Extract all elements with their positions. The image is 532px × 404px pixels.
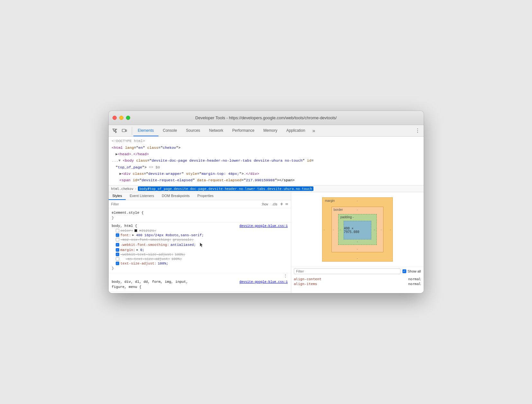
border-label: border: [334, 208, 343, 211]
show-all-checkbox[interactable]: [402, 269, 406, 273]
padding-label: padding -: [340, 215, 354, 219]
svg-rect-2: [285, 204, 288, 204]
css-checkbox-margin[interactable]: [116, 248, 119, 252]
more-tabs-button[interactable]: »: [310, 125, 318, 136]
computed-filter-input[interactable]: [294, 268, 401, 274]
padding-left-val: -: [340, 228, 341, 231]
toolbar-end: ⋮: [413, 127, 422, 135]
margin-expand-arrow[interactable]: ▶: [137, 248, 138, 252]
css-checkbox-color[interactable]: [116, 229, 119, 232]
style-settings-icon[interactable]: [285, 202, 288, 206]
breadcrumb: html.chekov › body#top_of_page.devsite-d…: [109, 185, 424, 192]
css-source-link[interactable]: devsite-google-blue.css:1: [239, 224, 288, 228]
border-bottom-val: -: [357, 247, 358, 251]
css-selector-body-html: body, html {: [112, 224, 137, 228]
devtools-container: Elements Console Sources Network Perform…: [109, 125, 424, 293]
color-swatch-black: [134, 229, 137, 232]
border-right-val: -: [381, 228, 382, 231]
computed-prop-align-content: align-content normal: [291, 277, 424, 282]
css-checkbox-ms-text[interactable]: [116, 257, 119, 261]
font-expand-arrow[interactable]: ▶: [132, 233, 134, 237]
css-prop-text-size: text-size-adjust: 100%;: [109, 261, 291, 266]
padding-bottom-val: -: [357, 240, 358, 243]
devtools-window: Developer Tools - https://developers.goo…: [109, 111, 424, 293]
tab-elements[interactable]: Elements: [133, 125, 158, 136]
styles-filter-input[interactable]: [111, 202, 261, 206]
css-prop-ms-text: -ms-text-size-adjust: 100%;: [109, 257, 291, 261]
svg-rect-0: [122, 129, 125, 132]
dom-head-line[interactable]: ▶<head>…</head>: [109, 151, 424, 157]
margin-right-val: -: [390, 228, 391, 231]
css-checkbox-font[interactable]: [116, 233, 119, 237]
dom-body-line1[interactable]: ...▼ <body class="devsite-doc-page devsi…: [109, 157, 424, 164]
content-box: 400 × 7975.080: [344, 221, 371, 239]
window-title: Developer Tools - https://developers.goo…: [195, 115, 337, 120]
css-prop-webkit-smooth: -webkit-font-smoothing: antialiased;: [109, 242, 291, 248]
dom-div-line[interactable]: ▶<div class="devsite-wrapper" style="mar…: [109, 171, 424, 177]
traffic-lights: [113, 116, 130, 120]
dom-panel: <!DOCTYPE html> <html lang="en" class="c…: [109, 137, 424, 185]
box-panel: margin - border - padding -: [291, 192, 424, 293]
styles-more-options[interactable]: ⋮: [109, 273, 291, 279]
tabs: Elements Console Sources Network Perform…: [133, 125, 318, 136]
svg-rect-3: [285, 203, 288, 203]
kebab-menu-button[interactable]: ⋮: [413, 127, 422, 135]
bottom-panels: Styles Event Listeners DOM Breakpoints P…: [109, 192, 424, 293]
content-size: 400 × 7975.080: [344, 227, 371, 234]
css-prop-color: color: #212121;: [109, 229, 291, 233]
dom-html-line[interactable]: <html lang="en" class="chekov">: [109, 145, 424, 151]
margin-top-val: -: [357, 199, 358, 202]
maximize-button[interactable]: [126, 116, 130, 120]
computed-prop-align-items: align-items normal: [291, 282, 424, 286]
tab-sources[interactable]: Sources: [182, 125, 205, 136]
tab-dom-breakpoints[interactable]: DOM Breakpoints: [158, 192, 194, 200]
computed-filter-bar: Show all: [291, 267, 424, 275]
tab-performance[interactable]: Performance: [228, 125, 259, 136]
margin-label: margin: [325, 199, 335, 202]
breadcrumb-body[interactable]: body#top_of_page.devsite-doc-page.devsit…: [138, 186, 313, 191]
margin-layer: margin - border - padding -: [322, 197, 393, 262]
padding-right-val: -: [374, 228, 375, 231]
tab-memory[interactable]: Memory: [259, 125, 282, 136]
css-checkbox-webkit-smooth[interactable]: [116, 243, 119, 247]
close-button[interactable]: [113, 116, 117, 120]
tab-application[interactable]: Application: [282, 125, 310, 136]
styles-filter-bar: :hov .cls +: [109, 200, 291, 208]
css-source-link2[interactable]: devsite-google-blue.css:1: [239, 280, 288, 284]
tab-properties[interactable]: Properties: [194, 192, 217, 200]
add-style-button[interactable]: +: [280, 202, 283, 207]
svg-rect-4: [285, 205, 288, 205]
css-selector-body-div: body, div, dl, dd, form, img, input,: [112, 280, 188, 284]
css-checkbox-moz[interactable]: [116, 238, 119, 241]
hov-button[interactable]: :hov: [260, 202, 269, 206]
border-layer: border - padding - 400 × 7975.080: [331, 207, 383, 252]
css-rule-body-div: body, div, dl, dd, form, img, input, dev…: [109, 279, 291, 292]
css-prop-moz-smooth: -moz-osx-font-smoothing: grayscale;: [109, 238, 291, 242]
tab-network[interactable]: Network: [205, 125, 228, 136]
css-prop-margin: margin: ▶ 0;: [109, 248, 291, 252]
toolbar: Elements Console Sources Network Perform…: [109, 125, 424, 137]
dom-span-line[interactable]: <span id="devsite-request-elapsed" data-…: [109, 177, 424, 184]
padding-layer: padding - 400 × 7975.080 - - -: [338, 214, 377, 245]
margin-bottom-val: -: [357, 256, 358, 260]
device-toggle-icon[interactable]: [120, 127, 129, 135]
box-model-area: margin - border - padding -: [291, 192, 424, 267]
border-left-val: -: [333, 228, 334, 231]
toolbar-icons: [111, 127, 132, 135]
box-model: margin - border - padding -: [322, 197, 393, 262]
tab-console[interactable]: Console: [158, 125, 182, 136]
css-checkbox-webkit-text[interactable]: [116, 253, 119, 256]
tab-styles[interactable]: Styles: [109, 192, 126, 200]
styles-panel: Styles Event Listeners DOM Breakpoints P…: [109, 192, 291, 293]
cls-button[interactable]: .cls: [271, 202, 278, 206]
breadcrumb-html[interactable]: html.chekov: [111, 187, 134, 191]
svg-rect-1: [126, 130, 127, 131]
css-checkbox-text-size[interactable]: [116, 262, 119, 265]
css-prop-webkit-text: -webkit-text-size-adjust: 100%;: [109, 252, 291, 257]
inspect-icon[interactable]: [111, 127, 119, 135]
minimize-button[interactable]: [119, 116, 123, 120]
tab-event-listeners[interactable]: Event Listeners: [126, 192, 158, 200]
dom-body-line2[interactable]: "top_of_page"> == $0: [109, 164, 424, 171]
dom-doctype-line[interactable]: <!DOCTYPE html>: [109, 138, 424, 144]
css-rule-body-html: body, html { devsite-google-blue.css:1 c…: [109, 223, 291, 273]
